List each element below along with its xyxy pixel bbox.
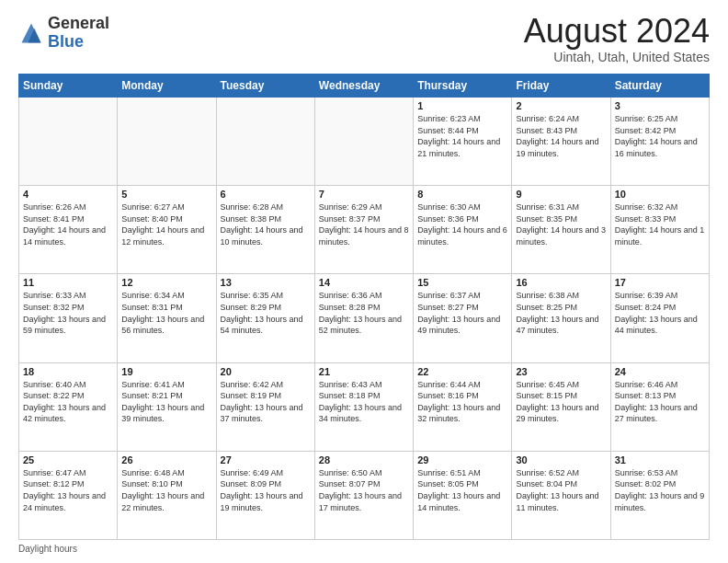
table-row	[19, 98, 118, 186]
day-info: Sunrise: 6:30 AM Sunset: 8:36 PM Dayligh…	[417, 201, 507, 247]
day-info: Sunrise: 6:43 AM Sunset: 8:18 PM Dayligh…	[319, 379, 409, 425]
table-row: 14Sunrise: 6:36 AM Sunset: 8:28 PM Dayli…	[314, 274, 413, 362]
day-number: 3	[615, 100, 705, 111]
calendar-header-row: Sunday Monday Tuesday Wednesday Thursday…	[19, 75, 710, 98]
day-info: Sunrise: 6:48 AM Sunset: 8:10 PM Dayligh…	[121, 467, 211, 513]
day-number: 27	[221, 454, 311, 465]
table-row: 10Sunrise: 6:32 AM Sunset: 8:33 PM Dayli…	[610, 186, 709, 274]
day-info: Sunrise: 6:29 AM Sunset: 8:37 PM Dayligh…	[319, 201, 409, 247]
day-info: Sunrise: 6:33 AM Sunset: 8:32 PM Dayligh…	[23, 290, 113, 336]
day-number: 26	[121, 454, 211, 465]
table-row: 7Sunrise: 6:29 AM Sunset: 8:37 PM Daylig…	[314, 186, 413, 274]
table-row: 18Sunrise: 6:40 AM Sunset: 8:22 PM Dayli…	[19, 362, 118, 451]
calendar-week-row: 18Sunrise: 6:40 AM Sunset: 8:22 PM Dayli…	[19, 362, 710, 451]
day-number: 18	[23, 366, 113, 377]
table-row: 6Sunrise: 6:28 AM Sunset: 8:38 PM Daylig…	[216, 186, 314, 274]
day-number: 28	[319, 454, 409, 465]
day-number: 5	[121, 189, 211, 200]
day-number: 11	[23, 277, 113, 288]
month-title: August 2024	[524, 15, 710, 48]
table-row: 21Sunrise: 6:43 AM Sunset: 8:18 PM Dayli…	[314, 362, 413, 451]
table-row: 8Sunrise: 6:30 AM Sunset: 8:36 PM Daylig…	[414, 186, 512, 274]
location: Uintah, Utah, United States	[524, 50, 710, 64]
day-number: 9	[516, 189, 606, 200]
table-row: 2Sunrise: 6:24 AM Sunset: 8:43 PM Daylig…	[512, 98, 610, 186]
day-number: 13	[221, 277, 311, 288]
day-info: Sunrise: 6:46 AM Sunset: 8:13 PM Dayligh…	[615, 379, 705, 425]
table-row: 22Sunrise: 6:44 AM Sunset: 8:16 PM Dayli…	[414, 362, 512, 451]
page: General Blue August 2024 Uintah, Utah, U…	[0, 0, 728, 563]
day-info: Sunrise: 6:53 AM Sunset: 8:02 PM Dayligh…	[615, 467, 705, 513]
day-info: Sunrise: 6:32 AM Sunset: 8:33 PM Dayligh…	[615, 201, 705, 247]
table-row: 27Sunrise: 6:49 AM Sunset: 8:09 PM Dayli…	[216, 451, 314, 539]
calendar-week-row: 11Sunrise: 6:33 AM Sunset: 8:32 PM Dayli…	[19, 274, 710, 362]
day-number: 15	[417, 277, 507, 288]
day-info: Sunrise: 6:35 AM Sunset: 8:29 PM Dayligh…	[221, 290, 311, 336]
day-info: Sunrise: 6:39 AM Sunset: 8:24 PM Dayligh…	[615, 290, 705, 336]
day-info: Sunrise: 6:27 AM Sunset: 8:40 PM Dayligh…	[121, 201, 211, 247]
day-info: Sunrise: 6:26 AM Sunset: 8:41 PM Dayligh…	[23, 201, 113, 247]
day-info: Sunrise: 6:49 AM Sunset: 8:09 PM Dayligh…	[221, 467, 311, 513]
day-info: Sunrise: 6:28 AM Sunset: 8:38 PM Dayligh…	[221, 201, 311, 247]
day-info: Sunrise: 6:25 AM Sunset: 8:42 PM Dayligh…	[615, 113, 705, 159]
day-info: Sunrise: 6:31 AM Sunset: 8:35 PM Dayligh…	[516, 201, 606, 247]
table-row: 12Sunrise: 6:34 AM Sunset: 8:31 PM Dayli…	[118, 274, 216, 362]
logo: General Blue	[18, 15, 109, 52]
table-row: 19Sunrise: 6:41 AM Sunset: 8:21 PM Dayli…	[118, 362, 216, 451]
table-row: 16Sunrise: 6:38 AM Sunset: 8:25 PM Dayli…	[512, 274, 610, 362]
table-row: 9Sunrise: 6:31 AM Sunset: 8:35 PM Daylig…	[512, 186, 610, 274]
table-row: 11Sunrise: 6:33 AM Sunset: 8:32 PM Dayli…	[19, 274, 118, 362]
day-number: 30	[516, 454, 606, 465]
day-number: 6	[221, 189, 311, 200]
table-row: 30Sunrise: 6:52 AM Sunset: 8:04 PM Dayli…	[512, 451, 610, 539]
col-wednesday: Wednesday	[314, 75, 413, 98]
day-info: Sunrise: 6:42 AM Sunset: 8:19 PM Dayligh…	[221, 379, 311, 425]
col-tuesday: Tuesday	[216, 75, 314, 98]
day-number: 29	[417, 454, 507, 465]
table-row: 28Sunrise: 6:50 AM Sunset: 8:07 PM Dayli…	[314, 451, 413, 539]
day-number: 12	[121, 277, 211, 288]
logo-icon	[18, 20, 44, 46]
table-row: 23Sunrise: 6:45 AM Sunset: 8:15 PM Dayli…	[512, 362, 610, 451]
col-saturday: Saturday	[610, 75, 709, 98]
day-number: 24	[615, 366, 705, 377]
col-monday: Monday	[118, 75, 216, 98]
col-thursday: Thursday	[414, 75, 512, 98]
calendar-week-row: 25Sunrise: 6:47 AM Sunset: 8:12 PM Dayli…	[19, 451, 710, 539]
day-number: 23	[516, 366, 606, 377]
day-number: 16	[516, 277, 606, 288]
title-block: August 2024 Uintah, Utah, United States	[524, 15, 710, 64]
header: General Blue August 2024 Uintah, Utah, U…	[18, 15, 710, 64]
calendar-week-row: 4Sunrise: 6:26 AM Sunset: 8:41 PM Daylig…	[19, 186, 710, 274]
day-number: 20	[221, 366, 311, 377]
col-friday: Friday	[512, 75, 610, 98]
day-info: Sunrise: 6:51 AM Sunset: 8:05 PM Dayligh…	[417, 467, 507, 513]
table-row: 31Sunrise: 6:53 AM Sunset: 8:02 PM Dayli…	[610, 451, 709, 539]
table-row: 4Sunrise: 6:26 AM Sunset: 8:41 PM Daylig…	[19, 186, 118, 274]
day-info: Sunrise: 6:37 AM Sunset: 8:27 PM Dayligh…	[417, 290, 507, 336]
day-info: Sunrise: 6:52 AM Sunset: 8:04 PM Dayligh…	[516, 467, 606, 513]
table-row: 26Sunrise: 6:48 AM Sunset: 8:10 PM Dayli…	[118, 451, 216, 539]
table-row	[314, 98, 413, 186]
table-row: 25Sunrise: 6:47 AM Sunset: 8:12 PM Dayli…	[19, 451, 118, 539]
day-number: 7	[319, 189, 409, 200]
day-info: Sunrise: 6:23 AM Sunset: 8:44 PM Dayligh…	[417, 113, 507, 159]
footer: Daylight hours	[18, 544, 710, 554]
day-number: 17	[615, 277, 705, 288]
table-row: 15Sunrise: 6:37 AM Sunset: 8:27 PM Dayli…	[414, 274, 512, 362]
day-number: 8	[417, 189, 507, 200]
table-row: 3Sunrise: 6:25 AM Sunset: 8:42 PM Daylig…	[610, 98, 709, 186]
day-number: 1	[417, 100, 507, 111]
logo-blue: Blue	[48, 32, 84, 51]
day-number: 19	[121, 366, 211, 377]
day-info: Sunrise: 6:40 AM Sunset: 8:22 PM Dayligh…	[23, 379, 113, 425]
day-info: Sunrise: 6:36 AM Sunset: 8:28 PM Dayligh…	[319, 290, 409, 336]
day-info: Sunrise: 6:45 AM Sunset: 8:15 PM Dayligh…	[516, 379, 606, 425]
day-info: Sunrise: 6:38 AM Sunset: 8:25 PM Dayligh…	[516, 290, 606, 336]
table-row	[118, 98, 216, 186]
calendar-week-row: 1Sunrise: 6:23 AM Sunset: 8:44 PM Daylig…	[19, 98, 710, 186]
day-info: Sunrise: 6:50 AM Sunset: 8:07 PM Dayligh…	[319, 467, 409, 513]
day-number: 14	[319, 277, 409, 288]
daylight-label: Daylight hours	[18, 544, 77, 554]
day-number: 22	[417, 366, 507, 377]
